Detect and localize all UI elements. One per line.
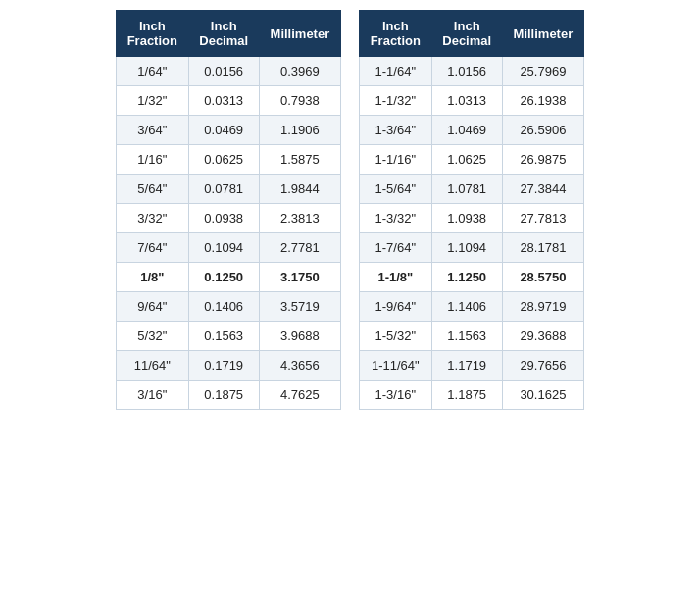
table-row: 1-3/64"1.046926.5906 xyxy=(360,116,584,145)
cell-fraction: 11/64" xyxy=(117,351,189,381)
cell-fraction: 1-1/32" xyxy=(360,86,432,116)
table-row: 1-9/64"1.140628.9719 xyxy=(360,292,584,322)
cell-fraction: 1-3/32" xyxy=(360,204,432,233)
cell-mm: 3.9688 xyxy=(259,322,340,351)
cell-decimal: 1.1563 xyxy=(431,322,502,351)
header-inch-fraction-left: InchFraction xyxy=(117,11,189,57)
cell-mm: 27.7813 xyxy=(502,204,583,233)
cell-fraction: 1-5/64" xyxy=(360,175,432,204)
table-left: InchFraction InchDecimal Millimeter 1/64… xyxy=(116,10,341,410)
cell-mm: 28.5750 xyxy=(502,263,583,292)
cell-mm: 29.7656 xyxy=(502,351,583,381)
cell-decimal: 1.1250 xyxy=(431,263,502,292)
cell-fraction: 1-1/16" xyxy=(360,145,432,175)
table-row: 1-1/32"1.031326.1938 xyxy=(360,86,584,116)
cell-decimal: 0.1094 xyxy=(188,233,259,263)
cell-fraction: 1-1/64" xyxy=(360,57,432,86)
cell-fraction: 5/32" xyxy=(117,322,189,351)
cell-mm: 0.7938 xyxy=(259,86,340,116)
cell-mm: 4.3656 xyxy=(259,351,340,381)
table-row: 1-3/16"1.187530.1625 xyxy=(360,381,584,410)
cell-fraction: 7/64" xyxy=(117,233,189,263)
cell-mm: 30.1625 xyxy=(502,381,583,410)
cell-mm: 29.3688 xyxy=(502,322,583,351)
cell-mm: 3.1750 xyxy=(259,263,340,292)
header-inch-fraction-right: InchFraction xyxy=(360,11,432,57)
cell-fraction: 1-5/32" xyxy=(360,322,432,351)
cell-mm: 28.9719 xyxy=(502,292,583,322)
header-millimeter-left: Millimeter xyxy=(259,11,340,57)
table-row: 1-11/64"1.171929.7656 xyxy=(360,351,584,381)
cell-decimal: 1.1719 xyxy=(431,351,502,381)
cell-decimal: 1.0313 xyxy=(431,86,502,116)
cell-mm: 27.3844 xyxy=(502,175,583,204)
table-row: 3/32"0.09382.3813 xyxy=(117,204,341,233)
cell-fraction: 3/16" xyxy=(117,381,189,410)
table-row: 1-1/8"1.125028.5750 xyxy=(360,263,584,292)
table-row: 1/16"0.06251.5875 xyxy=(117,145,341,175)
table-row: 1/32"0.03130.7938 xyxy=(117,86,341,116)
table-row: 3/16"0.18754.7625 xyxy=(117,381,341,410)
cell-mm: 3.5719 xyxy=(259,292,340,322)
cell-mm: 1.9844 xyxy=(259,175,340,204)
cell-fraction: 1-3/64" xyxy=(360,116,432,145)
cell-mm: 2.7781 xyxy=(259,233,340,263)
table-row: 3/64"0.04691.1906 xyxy=(117,116,341,145)
table-row: 7/64"0.10942.7781 xyxy=(117,233,341,263)
cell-mm: 4.7625 xyxy=(259,381,340,410)
cell-mm: 2.3813 xyxy=(259,204,340,233)
table-row: 9/64"0.14063.5719 xyxy=(117,292,341,322)
cell-mm: 26.5906 xyxy=(502,116,583,145)
cell-decimal: 1.0625 xyxy=(431,145,502,175)
cell-fraction: 1/32" xyxy=(117,86,189,116)
cell-mm: 25.7969 xyxy=(502,57,583,86)
table-row: 1-5/64"1.078127.3844 xyxy=(360,175,584,204)
cell-decimal: 1.0156 xyxy=(431,57,502,86)
cell-fraction: 3/64" xyxy=(117,116,189,145)
cell-mm: 26.1938 xyxy=(502,86,583,116)
cell-decimal: 1.0469 xyxy=(431,116,502,145)
cell-fraction: 1-1/8" xyxy=(360,263,432,292)
header-inch-decimal-right: InchDecimal xyxy=(431,11,502,57)
cell-fraction: 1/16" xyxy=(117,145,189,175)
table-row: 5/32"0.15633.9688 xyxy=(117,322,341,351)
cell-decimal: 1.1406 xyxy=(431,292,502,322)
cell-fraction: 1/64" xyxy=(117,57,189,86)
table-row: 1-5/32"1.156329.3688 xyxy=(360,322,584,351)
cell-decimal: 0.1406 xyxy=(188,292,259,322)
cell-decimal: 0.0156 xyxy=(188,57,259,86)
cell-fraction: 5/64" xyxy=(117,175,189,204)
header-millimeter-right: Millimeter xyxy=(502,11,583,57)
cell-decimal: 1.1094 xyxy=(431,233,502,263)
cell-decimal: 0.1563 xyxy=(188,322,259,351)
cell-fraction: 1-3/16" xyxy=(360,381,432,410)
table-row: 1-1/64"1.015625.7969 xyxy=(360,57,584,86)
cell-decimal: 0.1250 xyxy=(188,263,259,292)
cell-decimal: 0.0469 xyxy=(188,116,259,145)
cell-mm: 1.5875 xyxy=(259,145,340,175)
table-right: InchFraction InchDecimal Millimeter 1-1/… xyxy=(359,10,584,410)
cell-decimal: 1.1875 xyxy=(431,381,502,410)
tables-wrapper: InchFraction InchDecimal Millimeter 1/64… xyxy=(116,10,584,410)
cell-fraction: 9/64" xyxy=(117,292,189,322)
cell-decimal: 0.0938 xyxy=(188,204,259,233)
cell-fraction: 1-11/64" xyxy=(360,351,432,381)
cell-decimal: 0.0625 xyxy=(188,145,259,175)
table-row: 1-3/32"1.093827.7813 xyxy=(360,204,584,233)
header-inch-decimal-left: InchDecimal xyxy=(188,11,259,57)
cell-decimal: 1.0938 xyxy=(431,204,502,233)
cell-mm: 0.3969 xyxy=(259,57,340,86)
cell-fraction: 1-9/64" xyxy=(360,292,432,322)
cell-decimal: 1.0781 xyxy=(431,175,502,204)
cell-mm: 1.1906 xyxy=(259,116,340,145)
cell-fraction: 1/8" xyxy=(117,263,189,292)
cell-decimal: 0.1719 xyxy=(188,351,259,381)
table-row: 1/8"0.12503.1750 xyxy=(117,263,341,292)
cell-decimal: 0.1875 xyxy=(188,381,259,410)
table-row: 1/64"0.01560.3969 xyxy=(117,57,341,86)
table-row: 11/64"0.17194.3656 xyxy=(117,351,341,381)
cell-decimal: 0.0781 xyxy=(188,175,259,204)
table-row: 1-1/16"1.062526.9875 xyxy=(360,145,584,175)
cell-fraction: 1-7/64" xyxy=(360,233,432,263)
table-row: 5/64"0.07811.9844 xyxy=(117,175,341,204)
